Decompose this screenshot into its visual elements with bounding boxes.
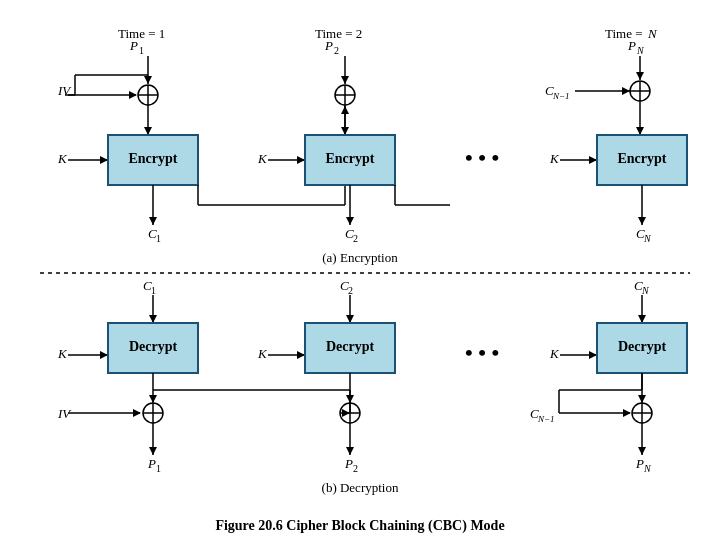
- p2-sub: 2: [334, 45, 339, 56]
- k1-arrowhead: [100, 156, 108, 164]
- decN-xor-arrowhead: [638, 395, 646, 403]
- xor2-enc2-arrow: [341, 127, 349, 135]
- p2-label: P: [324, 38, 333, 53]
- cn1-dec-arrowhead: [623, 409, 631, 417]
- decrypt2-label: Decrypt: [326, 339, 375, 354]
- pN-arrowhead: [636, 72, 644, 80]
- timeN-label: Time =: [605, 26, 643, 41]
- k1-dec-label: K: [57, 346, 68, 361]
- encrypt1-label: Encrypt: [129, 151, 178, 166]
- cN-dec-arrowhead: [638, 315, 646, 323]
- cN-arrowhead: [638, 217, 646, 225]
- kN-arrowhead: [589, 156, 597, 164]
- c2-sub: 2: [353, 233, 358, 244]
- pN-sub: N: [636, 45, 645, 56]
- kN-label: K: [549, 151, 560, 166]
- c2-dec-sub: 2: [348, 285, 353, 296]
- xorN-encN-arrow: [636, 127, 644, 135]
- figure-caption: Figure 20.6 Cipher Block Chaining (CBC) …: [215, 518, 504, 534]
- encryptN-label: Encrypt: [618, 151, 667, 166]
- iv-dec-arrowhead: [133, 409, 141, 417]
- time2-label: Time = 2: [315, 26, 362, 41]
- k1-label: K: [57, 151, 68, 166]
- p1-dec-sub: 1: [156, 463, 161, 474]
- time1-label: Time = 1: [118, 26, 165, 41]
- pN-label: P: [627, 38, 636, 53]
- k2-dec-label: K: [257, 346, 268, 361]
- c1-arrowhead: [149, 217, 157, 225]
- k2-dec-arrowhead: [297, 351, 305, 359]
- dec-caption: (b) Decryption: [322, 480, 399, 495]
- p2-arrowhead: [341, 76, 349, 84]
- pN-dec-label: P: [635, 456, 644, 471]
- enc-caption: (a) Encryption: [322, 250, 398, 265]
- p1-arrowhead: [144, 76, 152, 84]
- dec-dots: • • •: [465, 340, 499, 365]
- pN-dec-arrowhead: [638, 447, 646, 455]
- c1-sub: 1: [156, 233, 161, 244]
- cn1-enc-arrowhead: [622, 87, 630, 95]
- k2-label: K: [257, 151, 268, 166]
- iv1-arrowhead: [129, 91, 137, 99]
- kN-dec-label: K: [549, 346, 560, 361]
- p1-dec-arrowhead: [149, 447, 157, 455]
- timeN-italic: N: [647, 26, 658, 41]
- dec1-xor-arrowhead: [149, 395, 157, 403]
- pN-dec-sub: N: [643, 463, 652, 474]
- dec2-xor-arrowhead: [346, 395, 354, 403]
- c1-xor-dec2-arrowhead: [342, 409, 350, 417]
- p1-sub: 1: [139, 45, 144, 56]
- enc-dots: • • •: [465, 145, 499, 170]
- cN-dec-sub: N: [641, 285, 650, 296]
- p2-dec-arrowhead: [346, 447, 354, 455]
- diagram-container: Time = 1 Time = 2 Time = N IV P 1 K Encr…: [0, 0, 720, 557]
- c1-dec-sub: 1: [151, 285, 156, 296]
- c1-dec-arrowhead: [149, 315, 157, 323]
- p2-dec-label: P: [344, 456, 353, 471]
- p1-label: P: [129, 38, 138, 53]
- cn1-enc-sub: N−1: [552, 91, 570, 101]
- decryptN-label: Decrypt: [618, 339, 667, 354]
- cn1-dec-sub: N−1: [537, 414, 555, 424]
- xor1-enc-arrow: [144, 127, 152, 135]
- cN-sub: N: [643, 233, 652, 244]
- kN-dec-arrowhead: [589, 351, 597, 359]
- encrypt2-label: Encrypt: [326, 151, 375, 166]
- c2-dec-arrowhead: [346, 315, 354, 323]
- k1-dec-arrowhead: [100, 351, 108, 359]
- decrypt1-label: Decrypt: [129, 339, 178, 354]
- p2-dec-sub: 2: [353, 463, 358, 474]
- k2-arrowhead: [297, 156, 305, 164]
- c2-arrowhead: [346, 217, 354, 225]
- p1-dec-label: P: [147, 456, 156, 471]
